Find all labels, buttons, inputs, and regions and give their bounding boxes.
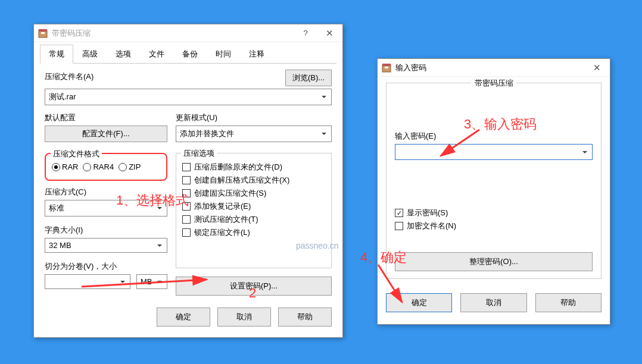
split-label: 切分为分卷(V)，大小	[45, 261, 167, 272]
tab-general[interactable]: 常规	[40, 45, 73, 64]
opt-recovery[interactable]: 添加恢复记录(E)	[182, 201, 325, 212]
dict-combo[interactable]: 32 MB	[45, 238, 167, 253]
browse-button[interactable]: 浏览(B)...	[285, 70, 332, 86]
filename-label: 压缩文件名(A)	[45, 71, 94, 82]
cancel-button[interactable]: 取消	[460, 293, 526, 312]
opt-delete-after[interactable]: 压缩后删除原来的文件(D)	[182, 162, 325, 172]
titlebar: 输入密码 ✕	[378, 59, 610, 77]
password-input[interactable]	[395, 144, 593, 160]
tab-time[interactable]: 时间	[207, 45, 240, 64]
encrypt-names-checkbox[interactable]: 加密文件名(N)	[395, 221, 593, 231]
update-mode-combo[interactable]: 添加并替换文件	[176, 125, 332, 142]
filename-input[interactable]: 测试.rar	[45, 89, 332, 105]
ok-button[interactable]: 确定	[157, 307, 210, 327]
app-icon	[381, 62, 392, 73]
help-button[interactable]: 帮助	[535, 293, 602, 312]
watermark: passneo.cn	[296, 241, 339, 250]
group-legend: 带密码压缩	[471, 78, 517, 89]
radio-zip[interactable]: ZIP	[119, 162, 141, 171]
compress-options-group: 压缩选项 压缩后删除原来的文件(D) 创建自解压格式压缩文件(X) 创建固实压缩…	[176, 153, 332, 268]
password-group: 带密码压缩 输入密码(E) 显示密码(S) 加密文件名(N) 整理密码(O)..…	[386, 83, 602, 279]
tab-options[interactable]: 选项	[107, 45, 140, 64]
cancel-button[interactable]: 取消	[217, 307, 271, 327]
default-profile-label: 默认配置	[45, 112, 167, 123]
show-password-checkbox[interactable]: 显示密码(S)	[395, 208, 593, 218]
set-password-button[interactable]: 设置密码(P)...	[176, 277, 332, 296]
help-icon[interactable]: ?	[294, 25, 317, 42]
tab-backup[interactable]: 备份	[173, 45, 207, 64]
radio-rar4[interactable]: RAR4	[83, 162, 114, 171]
method-label: 压缩方式(C)	[45, 187, 167, 197]
format-legend: 压缩文件格式	[51, 149, 102, 159]
radio-rar[interactable]: RAR	[52, 162, 78, 171]
split-unit-combo[interactable]: MB	[136, 274, 167, 289]
tab-comment[interactable]: 注释	[240, 45, 273, 64]
help-button[interactable]: 帮助	[278, 307, 332, 327]
archive-dialog: 带密码压缩 ? ✕ 常规 高级 选项 文件 备份 时间 注释 压缩文件名(A) …	[33, 24, 343, 338]
svg-rect-4	[382, 64, 391, 66]
format-group: 压缩文件格式 RAR RAR4 ZIP	[45, 153, 167, 181]
password-dialog: 输入密码 ✕ 带密码压缩 输入密码(E) 显示密码(S) 加密文件名(N) 整理…	[377, 58, 610, 325]
method-combo[interactable]: 标准	[45, 200, 167, 216]
opt-sfx[interactable]: 创建自解压格式压缩文件(X)	[182, 175, 325, 186]
dict-label: 字典大小(I)	[45, 225, 167, 236]
ok-button[interactable]: 确定	[386, 293, 452, 312]
close-icon[interactable]: ✕	[317, 25, 341, 42]
opt-lock[interactable]: 锁定压缩文件(L)	[182, 227, 325, 238]
svg-rect-1	[39, 29, 47, 32]
tab-files[interactable]: 文件	[140, 45, 173, 64]
opt-solid[interactable]: 创建固实压缩文件(S)	[182, 188, 325, 199]
update-mode-label: 更新模式(U)	[176, 112, 332, 123]
window-title: 输入密码	[395, 62, 585, 73]
organize-password-button[interactable]: 整理密码(O)...	[395, 252, 593, 271]
close-icon[interactable]: ✕	[585, 59, 609, 76]
svg-rect-2	[41, 32, 45, 34]
profile-button[interactable]: 配置文件(F)...	[45, 125, 167, 142]
svg-rect-5	[385, 67, 388, 68]
titlebar: 带密码压缩 ? ✕	[34, 24, 342, 42]
tab-advanced[interactable]: 高级	[73, 45, 107, 64]
split-size-combo[interactable]	[45, 274, 130, 289]
app-icon	[38, 28, 48, 39]
window-title: 带密码压缩	[52, 28, 294, 39]
password-label: 输入密码(E)	[395, 131, 593, 142]
tab-bar: 常规 高级 选项 文件 备份 时间 注释	[40, 45, 336, 64]
options-legend: 压缩选项	[181, 148, 217, 159]
opt-test[interactable]: 测试压缩的文件(T)	[182, 214, 325, 225]
